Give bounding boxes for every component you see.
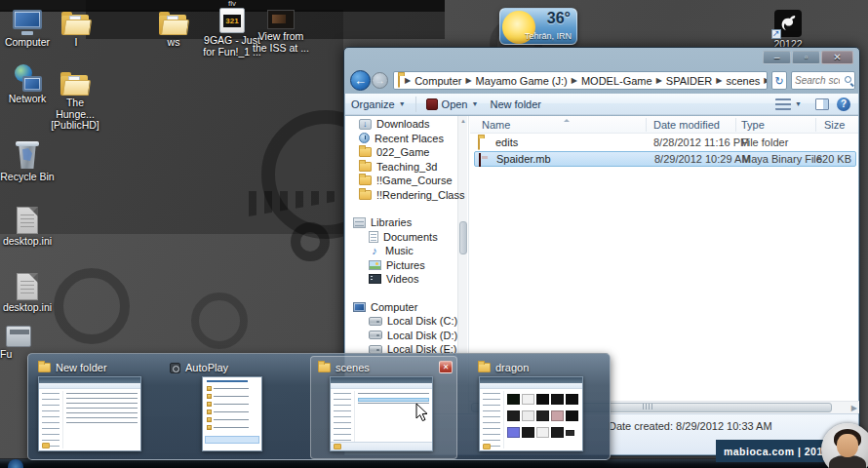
- desktop-icon-label: The Hunge... [PublicHD]: [47, 98, 103, 132]
- nav-item-documents[interactable]: Documents: [369, 230, 438, 244]
- computer-icon: [353, 302, 366, 312]
- desktop-icon-ws[interactable]: ws: [146, 4, 201, 49]
- desktop-icon-20122[interactable]: 20122: [761, 6, 815, 51]
- start-orb-icon[interactable]: [8, 459, 23, 468]
- desktop-icon-computer[interactable]: Computer: [0, 4, 55, 49]
- maximize-button[interactable]: ▫: [792, 51, 820, 64]
- desktop-icon-the-hunger[interactable]: The Hunge... [PublicHD]: [47, 66, 103, 132]
- mini-dialog-title: [207, 380, 248, 382]
- nav-item-computer[interactable]: Computer: [353, 300, 417, 314]
- breadcrumb-item[interactable]: MODEL-Game: [579, 75, 654, 87]
- mini-highlighted-option: [205, 436, 259, 444]
- breadcrumb-item[interactable]: Computer: [413, 75, 463, 87]
- nav-item--rendering-class[interactable]: !!Rendering_Class: [359, 188, 465, 202]
- search-box[interactable]: [791, 71, 855, 90]
- thumbnail-close-button[interactable]: ✕: [439, 361, 453, 373]
- breadcrumb-separator-icon: ▶: [714, 76, 724, 85]
- folder-icon: [478, 363, 491, 372]
- forward-button[interactable]: →: [372, 72, 388, 89]
- folder-icon: [483, 444, 491, 449]
- open-button[interactable]: Open▼: [420, 95, 485, 114]
- chevron-down-icon: ▼: [472, 100, 479, 107]
- desktop-icon-label: I: [49, 37, 103, 49]
- weather-location: Tehrān, IRN: [525, 31, 572, 41]
- navigation-scrollbar[interactable]: ▲: [457, 116, 467, 383]
- mini-nav-pane: [332, 391, 355, 448]
- preview-pane-icon[interactable]: [815, 98, 829, 110]
- help-icon[interactable]: ?: [837, 98, 850, 111]
- minimize-button[interactable]: –: [763, 51, 791, 64]
- wallpaper-pattern: [191, 292, 248, 349]
- scroll-up-icon[interactable]: ▲: [460, 118, 466, 124]
- scrollbar-grip: [643, 404, 654, 410]
- organize-button[interactable]: Organize▼: [345, 95, 412, 114]
- column-separator[interactable]: [815, 118, 816, 132]
- file-row-edits[interactable]: edits8/28/2012 11:16 PMFile folder: [474, 136, 856, 151]
- nav-item-label: Pictures: [386, 259, 425, 271]
- nav-item-videos[interactable]: Videos: [369, 272, 418, 286]
- nav-item-libraries[interactable]: Libraries: [353, 215, 412, 229]
- close-button[interactable]: ✕: [821, 51, 853, 64]
- desktop-icon-recycle-bin[interactable]: Recycle Bin: [0, 136, 55, 183]
- thumbnail-preview-new-folder[interactable]: [38, 376, 141, 451]
- column-separator[interactable]: [735, 118, 736, 132]
- refresh-button[interactable]: ↻: [771, 71, 787, 90]
- search-input[interactable]: [795, 73, 840, 88]
- nav-item-label: Teaching_3d: [376, 161, 437, 173]
- change-view-button[interactable]: ▼: [769, 95, 808, 114]
- toolbar-separator: [415, 97, 416, 112]
- back-button[interactable]: ←: [350, 70, 371, 91]
- breadcrumb-separator-icon: ▶: [570, 76, 579, 85]
- desktop-icon-label: ws: [146, 37, 201, 49]
- app-shortcut-icon: [774, 10, 802, 37]
- nav-item-music[interactable]: ♪Music: [369, 244, 414, 257]
- nav-item-label: !!Rendering_Class: [376, 189, 465, 201]
- nav-item-022-game[interactable]: 022_Game: [359, 145, 429, 159]
- views-icon: [775, 98, 791, 110]
- folder-icon: [42, 443, 50, 448]
- search-icon: [845, 76, 851, 83]
- column-separator[interactable]: [646, 118, 647, 132]
- new-folder-button[interactable]: New folder: [484, 95, 547, 114]
- column-header-name[interactable]: Name: [482, 119, 510, 131]
- weather-gadget[interactable]: 36° Tehrān, IRN: [499, 8, 577, 45]
- mini-toolbar: [480, 383, 582, 389]
- breadcrumb-item[interactable]: Mayamo Game (J:): [474, 75, 570, 87]
- nav-item--game-course[interactable]: !!Game_Course: [359, 174, 453, 187]
- nav-item-downloads[interactable]: Downloads: [359, 117, 429, 131]
- column-header-size[interactable]: Size: [824, 119, 845, 131]
- nav-item-teaching-3d[interactable]: Teaching_3d: [359, 160, 437, 174]
- open-app-icon: [426, 98, 438, 110]
- scroll-right-icon[interactable]: ▶: [851, 404, 857, 412]
- breadcrumb-item[interactable]: SPAIDER: [664, 75, 714, 87]
- desktop-icon-iss-video[interactable]: View from the ISS at ...: [252, 8, 310, 54]
- ini-file-icon: [17, 207, 38, 234]
- folder-icon: [60, 72, 90, 96]
- nav-item-local-disk-d-[interactable]: Local Disk (D:): [369, 329, 457, 342]
- breadcrumb-item[interactable]: scenes: [724, 75, 762, 87]
- desktop-icon-desktop-ini-1[interactable]: desktop.ini: [0, 203, 55, 248]
- file-type: File folder: [741, 136, 788, 148]
- scrollbar-thumb[interactable]: [459, 221, 467, 254]
- wallpaper-pattern: [291, 222, 330, 261]
- nav-item-label: Local Disk (D:): [387, 330, 457, 341]
- autoplay-icon: [170, 363, 180, 373]
- window-titlebar[interactable]: – ▫ ✕: [344, 48, 859, 68]
- nav-item-recent-places[interactable]: Recent Places: [359, 132, 444, 145]
- folder-icon: [318, 363, 331, 372]
- desktop-icon-i[interactable]: I: [49, 4, 103, 49]
- breadcrumb[interactable]: ▶Computer▶Mayamo Game (J:)▶MODEL-Game▶SP…: [393, 71, 768, 90]
- folder-icon: [478, 136, 480, 150]
- nav-item-label: Computer: [371, 301, 417, 313]
- file-row-spaider-mb[interactable]: Spaider.mb8/29/2012 10:29 AMMaya Binary …: [474, 151, 856, 167]
- breadcrumb-separator-icon: ▶: [762, 76, 768, 85]
- nav-item-local-disk-c-[interactable]: Local Disk (C:): [369, 314, 457, 328]
- thumbnail-preview-autoplay[interactable]: [202, 376, 262, 451]
- thumbnail-preview-dragon[interactable]: [479, 376, 583, 451]
- column-header-date-modified[interactable]: Date modified: [653, 119, 720, 131]
- desktop-icon-desktop-ini-2[interactable]: desktop.ini: [0, 269, 55, 314]
- documents-icon: [369, 231, 378, 243]
- wallpaper-pattern: [54, 268, 130, 344]
- nav-item-pictures[interactable]: Pictures: [369, 258, 425, 272]
- column-header-type[interactable]: Type: [741, 119, 765, 131]
